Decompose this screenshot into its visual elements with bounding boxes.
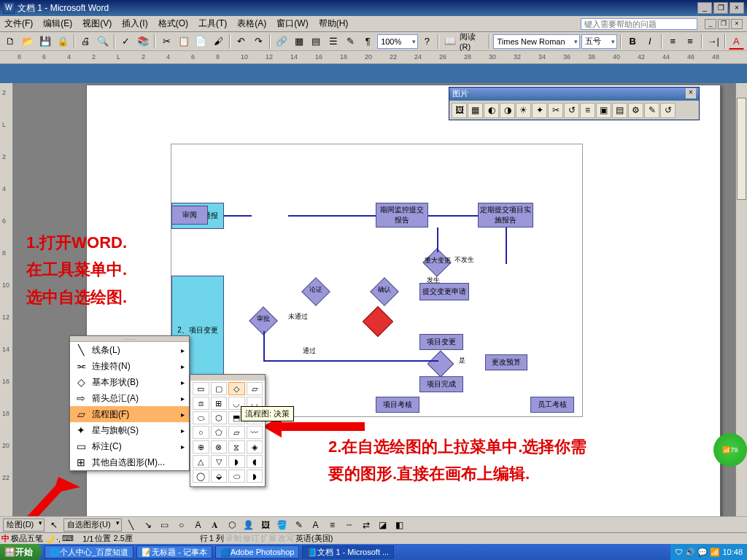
tray-icon[interactable]: 🔊 xyxy=(685,548,695,557)
menu-basic-shapes[interactable]: ◇基本形状(B)▸ xyxy=(70,374,189,390)
tray-icon[interactable]: 🛡 xyxy=(675,548,683,556)
font-combo[interactable]: Times New Roman xyxy=(493,34,579,49)
save-button[interactable]: 💾 xyxy=(37,34,53,50)
reset-button[interactable]: ↺ xyxy=(660,103,676,118)
status-lang[interactable]: 英语(美国) xyxy=(295,533,333,544)
format-painter-button[interactable]: 🖌 xyxy=(210,34,226,50)
taskbar-item-photoshop[interactable]: 🟦 Adobe Photoshop xyxy=(215,545,299,559)
fc-connector[interactable]: ○ xyxy=(193,426,209,439)
menu-table[interactable]: 表格(A) xyxy=(237,18,266,30)
redo-button[interactable]: ↷ xyxy=(251,34,267,50)
excel-button[interactable]: ▤ xyxy=(309,34,325,50)
text-wrap-button[interactable]: ▤ xyxy=(612,103,627,118)
ime-icon[interactable]: 中 xyxy=(1,533,9,544)
minimize-button[interactable]: _ xyxy=(697,2,712,14)
tray-icon[interactable]: 📶 xyxy=(710,548,720,557)
ime-mode-icon[interactable]: 🌙 xyxy=(44,534,55,543)
status-ovr[interactable]: 改写 xyxy=(278,533,294,544)
italic-button[interactable]: I xyxy=(642,34,658,50)
font-color-button[interactable]: A xyxy=(729,34,745,50)
fc-junction[interactable]: ⊕ xyxy=(193,440,209,454)
more-contrast-button[interactable]: ◐ xyxy=(484,103,499,118)
rectangle-button[interactable]: ▭ xyxy=(158,518,172,532)
map-button[interactable]: ¶ xyxy=(360,34,376,50)
menu-file[interactable]: 文件(F) xyxy=(4,18,33,30)
restore-button[interactable]: ❐ xyxy=(713,2,728,14)
line-style-button[interactable]: ≡ xyxy=(580,103,595,118)
palette-grip[interactable] xyxy=(190,375,265,381)
fc-offpage[interactable]: ⬠ xyxy=(211,426,228,439)
color-button[interactable]: ▦ xyxy=(468,103,483,118)
read-button[interactable]: 📖 xyxy=(442,34,458,50)
menu-grip[interactable] xyxy=(70,336,189,342)
tray-clock[interactable]: 10:48 xyxy=(722,548,743,556)
open-button[interactable]: 📂 xyxy=(20,34,36,50)
menu-lines[interactable]: ╲线条(L)▸ xyxy=(70,342,189,358)
read-label[interactable]: 阅读(R) xyxy=(460,31,487,51)
menu-window[interactable]: 窗口(W) xyxy=(276,18,308,30)
link-button[interactable]: 🔗 xyxy=(274,34,290,50)
new-button[interactable]: 🗋 xyxy=(3,34,19,50)
system-tray[interactable]: 🛡 🔊 💬 📶 10:48 xyxy=(670,544,747,560)
taskbar-item-notepad[interactable]: 📝 无标题 - 记事本 xyxy=(136,545,212,559)
fc-tape[interactable]: 〰 xyxy=(247,426,263,439)
crop-button[interactable]: ✂ xyxy=(548,103,563,118)
fc-decision[interactable]: ◇ xyxy=(228,382,245,395)
menu-flowchart[interactable]: ▱流程图(F)▸ xyxy=(70,406,189,422)
wordart-button[interactable]: 𝐀 xyxy=(208,518,222,532)
fc-stored[interactable]: ◗ xyxy=(228,455,245,468)
arrow-button[interactable]: ↘ xyxy=(141,518,155,532)
paste-button[interactable]: 📄 xyxy=(193,34,209,50)
help-search-input[interactable] xyxy=(581,18,697,30)
columns-button[interactable]: ☰ xyxy=(325,34,341,50)
ime-name[interactable]: 极品五笔 xyxy=(11,533,43,544)
transparent-button[interactable]: ✎ xyxy=(644,103,659,118)
fc-sort[interactable]: ◈ xyxy=(247,440,263,454)
format-picture-button[interactable]: ⚙ xyxy=(628,103,643,118)
textbox-button[interactable]: A xyxy=(191,518,206,532)
menu-tools[interactable]: 工具(T) xyxy=(198,18,227,30)
menu-format[interactable]: 格式(O) xyxy=(158,18,188,30)
menu-insert[interactable]: 插入(I) xyxy=(122,18,147,30)
3d-button[interactable]: ◧ xyxy=(392,518,407,532)
fc-or[interactable]: ⊗ xyxy=(211,440,228,454)
align-justify-button[interactable]: ≡ xyxy=(665,34,681,50)
clipart-button[interactable]: 👤 xyxy=(241,518,256,532)
draw-menu[interactable]: 绘图(D) xyxy=(3,518,44,532)
undo-button[interactable]: ↶ xyxy=(233,34,249,50)
close-button[interactable]: × xyxy=(729,2,744,14)
less-contrast-button[interactable]: ◑ xyxy=(500,103,515,118)
insert-picture-button[interactable]: 🖼 xyxy=(452,103,467,118)
doc-minimize-button[interactable]: _ xyxy=(705,19,716,29)
line-style-button2[interactable]: ≡ xyxy=(325,518,340,532)
tray-icon[interactable]: 💬 xyxy=(697,548,708,557)
picture-toolbar-title[interactable]: 图片× xyxy=(449,88,699,101)
fc-collate[interactable]: ⧖ xyxy=(228,440,245,454)
copy-button[interactable]: 📋 xyxy=(176,34,192,50)
more-bright-button[interactable]: ☀ xyxy=(516,103,531,118)
status-ext[interactable]: 扩展 xyxy=(260,533,276,544)
line-color-button[interactable]: ✎ xyxy=(292,518,306,532)
research-button[interactable]: 📚 xyxy=(136,34,152,50)
less-bright-button[interactable]: ✦ xyxy=(532,103,547,118)
oval-button[interactable]: ○ xyxy=(174,518,189,532)
size-combo[interactable]: 五号 xyxy=(581,34,618,49)
fc-delay[interactable]: ◖ xyxy=(247,455,263,468)
fc-direct-access[interactable]: ⬭ xyxy=(228,470,245,483)
permission-button[interactable]: 🔒 xyxy=(55,34,71,50)
fc-seq-access[interactable]: ◯ xyxy=(193,470,209,483)
fc-internal[interactable]: ⊞ xyxy=(211,397,228,410)
fc-process[interactable]: ▭ xyxy=(193,382,209,395)
rotate-left-button[interactable]: ↺ xyxy=(564,103,579,118)
autoshape-dropdown[interactable]: 自选图形(U) xyxy=(63,518,121,532)
align-left-button[interactable]: ≡ xyxy=(682,34,698,50)
taskbar-item-word[interactable]: 📘 文档 1 - Microsoft ... xyxy=(302,545,394,559)
taskbar-item-baidu[interactable]: 🌐 个人中心_百度知道 xyxy=(44,545,133,559)
doc-restore-button[interactable]: ❐ xyxy=(718,19,729,29)
preview-button[interactable]: 🔍 xyxy=(95,34,111,50)
status-rev[interactable]: 修订 xyxy=(243,533,259,544)
table-button[interactable]: ▦ xyxy=(291,34,307,50)
menu-edit[interactable]: 编辑(E) xyxy=(43,18,72,30)
vertical-ruler[interactable]: 2L246810121416182022 xyxy=(0,83,13,516)
diagram-button[interactable]: ⬡ xyxy=(225,518,239,532)
